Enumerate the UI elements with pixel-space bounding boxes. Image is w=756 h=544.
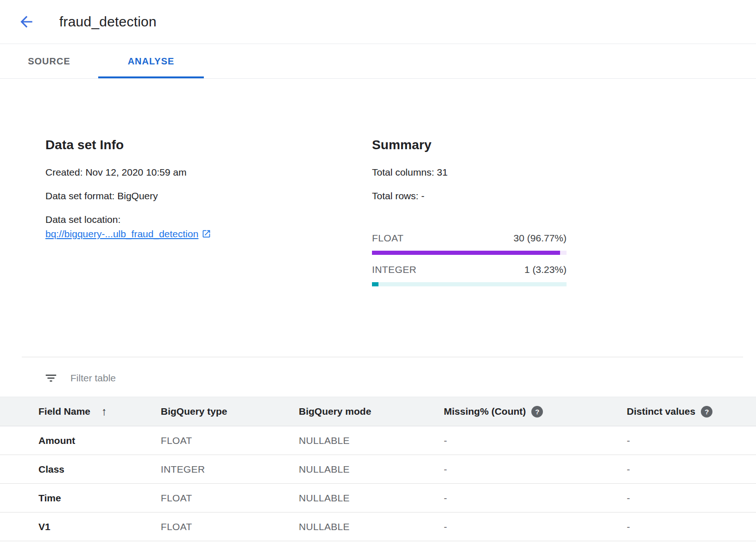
dataset-location-link[interactable]: bq://bigquery-...ulb_fraud_detection xyxy=(45,228,198,239)
summary-section: Summary Total columns: 31 Total rows: - … xyxy=(372,137,567,294)
help-icon[interactable]: ? xyxy=(531,406,543,417)
type-stat-label: INTEGER xyxy=(372,262,416,277)
cell-bigquery-type: FLOAT xyxy=(161,521,299,532)
cell-distinct-values: - xyxy=(627,493,756,504)
page-title: fraud_detection xyxy=(59,14,157,30)
back-button[interactable] xyxy=(17,12,36,32)
summary-heading: Summary xyxy=(372,137,567,153)
column-header-missing: Missing% (Count) ? xyxy=(444,406,627,417)
type-stat-bar xyxy=(372,282,567,286)
cell-distinct-values: - xyxy=(627,464,756,475)
table-row: V1 FLOAT NULLABLE - - xyxy=(0,512,756,541)
cell-bigquery-type: FLOAT xyxy=(161,493,299,504)
tab-bar: SOURCE ANALYSE xyxy=(0,44,756,79)
section-divider xyxy=(22,357,743,357)
cell-missing: - xyxy=(444,464,627,475)
tab-source[interactable]: SOURCE xyxy=(0,44,98,78)
table-row: Time FLOAT NULLABLE - - xyxy=(0,484,756,512)
cell-field-name: V1 xyxy=(38,521,161,532)
type-distribution: FLOAT 30 (96.77%) INTEGER 1 (3.23%) xyxy=(372,231,567,286)
cell-bigquery-mode: NULLABLE xyxy=(299,435,444,446)
app-header: fraud_detection xyxy=(0,0,756,44)
column-header-bigquery-mode: BigQuery mode xyxy=(299,406,444,417)
cell-missing: - xyxy=(444,493,627,504)
summary-total-rows: Total rows: - xyxy=(372,189,567,203)
type-stat-bar xyxy=(372,251,567,255)
open-in-new-icon[interactable] xyxy=(198,228,211,239)
dataset-location-label: Data set location: xyxy=(45,214,120,225)
type-stat-integer: INTEGER 1 (3.23%) xyxy=(372,262,567,286)
cell-bigquery-mode: NULLABLE xyxy=(299,493,444,504)
cell-bigquery-mode: NULLABLE xyxy=(299,464,444,475)
cell-distinct-values: - xyxy=(627,435,756,446)
table-row: Amount FLOAT NULLABLE - - xyxy=(0,426,756,455)
dataset-format: Data set format: BigQuery xyxy=(45,189,333,203)
filter-table-input[interactable] xyxy=(69,372,728,384)
filter-row xyxy=(44,369,728,387)
schema-table: Field Name ↑ BigQuery type BigQuery mode… xyxy=(0,397,756,541)
dataset-info-heading: Data set Info xyxy=(45,137,333,153)
sort-ascending-icon[interactable]: ↑ xyxy=(101,405,107,418)
type-stat-float: FLOAT 30 (96.77%) xyxy=(372,231,567,255)
cell-field-name: Amount xyxy=(38,435,161,446)
table-row: Class INTEGER NULLABLE - - xyxy=(0,455,756,484)
dataset-info-section: Data set Info Created: Nov 12, 2020 10:5… xyxy=(45,137,333,241)
help-icon[interactable]: ? xyxy=(701,406,712,417)
cell-missing: - xyxy=(444,435,627,446)
filter-list-icon[interactable] xyxy=(44,371,58,386)
cell-bigquery-mode: NULLABLE xyxy=(299,521,444,532)
cell-field-name: Time xyxy=(38,493,161,504)
type-stat-label: FLOAT xyxy=(372,231,403,245)
cell-missing: - xyxy=(444,521,627,532)
column-header-bigquery-type: BigQuery type xyxy=(161,406,299,417)
arrow-back-icon xyxy=(18,13,35,31)
cell-bigquery-type: FLOAT xyxy=(161,435,299,446)
type-stat-value: 1 (3.23%) xyxy=(524,262,567,277)
column-header-distinct-values: Distinct values ? xyxy=(627,406,756,417)
cell-distinct-values: - xyxy=(627,521,756,532)
table-header-row: Field Name ↑ BigQuery type BigQuery mode… xyxy=(0,397,756,426)
table-body: Amount FLOAT NULLABLE - - Class INTEGER … xyxy=(0,426,756,541)
cell-bigquery-type: INTEGER xyxy=(161,464,299,475)
dataset-created: Created: Nov 12, 2020 10:59 am xyxy=(45,165,333,179)
type-stat-value: 30 (96.77%) xyxy=(514,231,567,245)
column-header-field-name[interactable]: Field Name ↑ xyxy=(38,405,161,418)
summary-total-columns: Total columns: 31 xyxy=(372,165,567,179)
cell-field-name: Class xyxy=(38,464,161,475)
tab-analyse[interactable]: ANALYSE xyxy=(98,44,204,78)
